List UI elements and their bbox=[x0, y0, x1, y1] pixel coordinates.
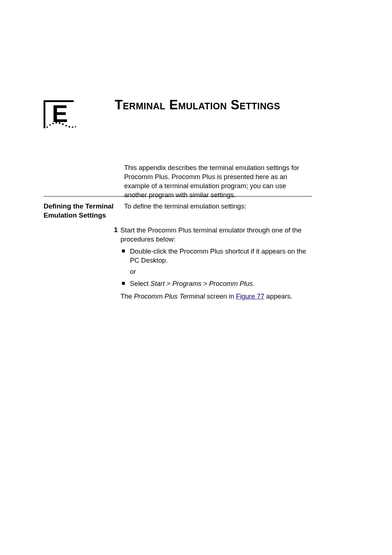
svg-point-7 bbox=[69, 126, 70, 127]
appendix-icon: E bbox=[44, 100, 80, 137]
svg-point-2 bbox=[52, 123, 54, 124]
square-bullet-icon bbox=[122, 282, 125, 285]
bullet-text: Double-click the Procomm Plus shortcut i… bbox=[130, 247, 306, 264]
svg-point-6 bbox=[65, 125, 67, 126]
svg-point-4 bbox=[59, 122, 61, 124]
square-bullet-icon bbox=[122, 250, 125, 252]
svg-point-3 bbox=[56, 122, 57, 124]
section-lead-in: To define the terminal emulation setting… bbox=[124, 202, 309, 211]
bullet-path: Start > Programs > Procomm Plus bbox=[151, 280, 253, 287]
svg-point-8 bbox=[72, 126, 73, 128]
result-prefix: The bbox=[121, 292, 134, 300]
bullet-item: Double-click the Procomm Plus shortcut i… bbox=[121, 247, 312, 265]
result-mid: screen in bbox=[205, 292, 236, 300]
bullet-item: Select Start > Programs > Procomm Plus. bbox=[121, 279, 312, 288]
svg-point-0 bbox=[46, 126, 48, 128]
section-heading: Defining the Terminal Emulation Settings bbox=[44, 202, 114, 220]
intro-paragraph: This appendix describes the terminal emu… bbox=[124, 163, 309, 200]
page: E Terminal Emulation Settings This appen… bbox=[0, 0, 392, 555]
step-number: 1 bbox=[114, 226, 118, 234]
or-text: or bbox=[130, 267, 312, 276]
bullet-text: Select Start > Programs > Procomm Plus. bbox=[130, 280, 254, 287]
bullet-suffix: . bbox=[253, 280, 254, 287]
page-title: Terminal Emulation Settings bbox=[115, 97, 280, 113]
figure-link[interactable]: Figure 77 bbox=[236, 292, 264, 300]
result-suffix: appears. bbox=[264, 292, 292, 300]
result-screen-name: Procomm Plus Terminal bbox=[134, 292, 205, 300]
section-rule bbox=[44, 196, 312, 197]
svg-point-1 bbox=[49, 124, 51, 126]
step-body: Start the Procomm Plus terminal emulator… bbox=[121, 226, 312, 301]
step-result: The Procomm Plus Terminal screen in Figu… bbox=[121, 292, 312, 301]
dots-arc-icon bbox=[46, 121, 78, 130]
bullet-prefix: Select bbox=[130, 280, 151, 287]
svg-point-5 bbox=[62, 123, 64, 125]
step-text: Start the Procomm Plus terminal emulator… bbox=[121, 226, 312, 244]
svg-point-9 bbox=[75, 126, 76, 127]
